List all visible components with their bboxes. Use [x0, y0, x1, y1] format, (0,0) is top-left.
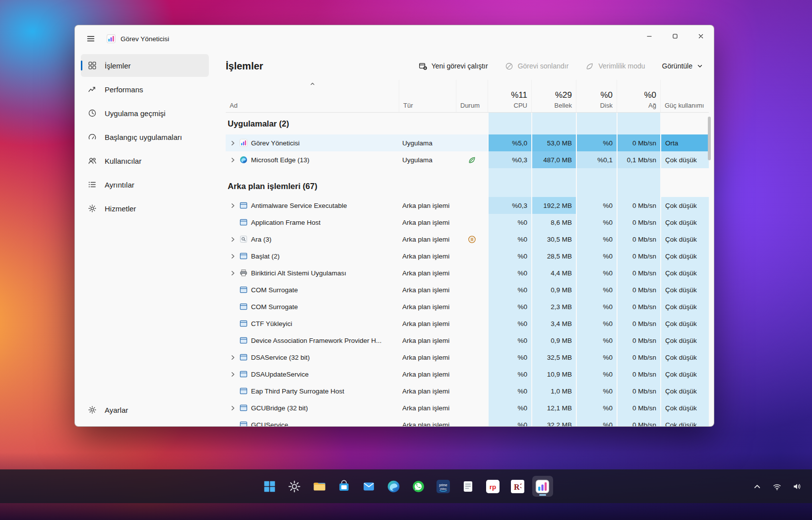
sidebar-item-performance[interactable]: Performans: [81, 78, 209, 101]
run-new-task-button[interactable]: Yeni görevi çalıştır: [415, 59, 492, 73]
column-header-name[interactable]: Ad: [226, 80, 399, 112]
expand-chevron-icon[interactable]: [230, 140, 236, 146]
efficiency-mode-button[interactable]: Verimlilik modu: [581, 59, 649, 73]
view-button[interactable]: Görüntüle: [658, 59, 707, 73]
process-row[interactable]: Eap Third Party Surrogate HostArka plan …: [226, 383, 709, 399]
scrollbar-thumb[interactable]: [708, 117, 711, 160]
minimize-button[interactable]: [636, 25, 662, 47]
taskbar-task-manager-button[interactable]: [532, 476, 553, 497]
button-label: Yeni görevi çalıştır: [432, 62, 488, 70]
taskbar-notes-button[interactable]: [458, 476, 479, 497]
column-header-type[interactable]: Tür: [399, 80, 456, 112]
cell-cpu: %0: [488, 416, 531, 426]
page-title: İşlemler: [226, 61, 263, 72]
maximize-button[interactable]: [662, 25, 688, 47]
type-cell: Arka plan işlemi: [399, 298, 456, 315]
cell-network: 0 Mb/sn: [617, 214, 660, 231]
column-header-disk[interactable]: %0Disk: [576, 80, 617, 112]
toolbar-actions: Yeni görevi çalıştırGörevi sonlandırVeri…: [415, 59, 709, 73]
expand-chevron-icon[interactable]: [230, 236, 236, 243]
new-task-icon: [419, 62, 427, 70]
edge-icon: [387, 480, 400, 493]
taskbar-settings-button[interactable]: [284, 476, 305, 497]
taskbar-edge-button[interactable]: [383, 476, 404, 497]
column-header-cpu[interactable]: %11CPU: [488, 80, 531, 112]
tray-chevron-up-button[interactable]: [750, 478, 764, 494]
notes-icon: [461, 480, 475, 493]
process-row[interactable]: Görev YöneticisiUygulama%5,053,0 MB%00 M…: [226, 134, 709, 151]
sidebar-item-startup-apps[interactable]: Başlangıç uygulamaları: [81, 126, 209, 148]
group-spacer: [226, 168, 709, 175]
process-row[interactable]: COM SurrogateArka plan işlemi%02,3 MB%00…: [226, 298, 709, 315]
expand-chevron-icon[interactable]: [230, 253, 236, 260]
expand-chevron-icon[interactable]: [230, 202, 236, 209]
process-group-header[interactable]: Uygulamalar (2): [226, 113, 709, 134]
taskbar-whatsapp-button[interactable]: [408, 476, 429, 497]
process-row[interactable]: DSAService (32 bit)Arka plan işlemi%032,…: [226, 349, 709, 366]
column-total-network: %0: [644, 90, 656, 100]
process-row[interactable]: COM SurrogateArka plan işlemi%00,9 MB%00…: [226, 281, 709, 298]
process-row[interactable]: Microsoft Edge (13)Uygulama%0,3487,0 MB%…: [226, 151, 709, 168]
name-cell: GCUService: [226, 416, 399, 426]
cell-disk: %0: [576, 349, 617, 366]
cell-power: [660, 175, 709, 197]
cell-disk: [576, 175, 617, 197]
taskbar-rp-button[interactable]: rp: [483, 476, 503, 497]
sidebar-item-details[interactable]: Ayrıntılar: [81, 173, 209, 196]
expand-chevron-icon[interactable]: [230, 270, 236, 276]
process-row[interactable]: GCUBridge (32 bit)Arka plan işlemi%012,1…: [226, 399, 709, 416]
cell-network: 0 Mb/sn: [617, 281, 660, 298]
cell-network: [617, 168, 660, 175]
navigation-menu-button[interactable]: [82, 30, 100, 47]
taskbar-file-explorer-button[interactable]: [309, 476, 330, 497]
scrollbar[interactable]: [707, 115, 712, 424]
type-cell: [399, 175, 456, 197]
column-header-network[interactable]: %0Ağ: [617, 80, 660, 112]
sidebar-item-app-history[interactable]: Uygulama geçmişi: [81, 102, 209, 125]
sidebar-item-settings[interactable]: Ayarlar: [81, 398, 209, 421]
status-cell: [456, 298, 488, 315]
taskbar-store-button[interactable]: [334, 476, 355, 497]
type-cell: Arka plan işlemi: [399, 383, 456, 399]
process-row[interactable]: Device Association Framework Provider H.…: [226, 332, 709, 349]
end-task-button[interactable]: Görevi sonlandır: [501, 59, 573, 73]
type-cell: [399, 113, 456, 134]
expand-chevron-icon[interactable]: [230, 157, 236, 163]
process-row[interactable]: Antimalware Service ExecutableArka plan …: [226, 197, 709, 214]
tray-volume-button[interactable]: [789, 478, 804, 494]
process-row[interactable]: Biriktirici Alt Sistemi UygulamasıArka p…: [226, 264, 709, 281]
process-row[interactable]: Ara (3)Arka plan işlemi%030,5 MB%00 Mb/s…: [226, 231, 709, 248]
column-label-memory: Bellek: [555, 102, 572, 109]
process-row[interactable]: Application Frame HostArka plan işlemi%0…: [226, 214, 709, 231]
column-header-power[interactable]: Güç kullanımı: [660, 80, 709, 112]
taskbar-start-button[interactable]: [259, 476, 280, 497]
column-label-network: Ağ: [648, 102, 656, 109]
group-label: Uygulamalar (2): [228, 119, 289, 129]
taskbar-r-book-button[interactable]: R: [507, 476, 528, 497]
expand-chevron-icon[interactable]: [230, 354, 236, 361]
close-button[interactable]: [688, 25, 714, 47]
cell-disk: %0: [576, 264, 617, 281]
taskbar-prime-video-button[interactable]: primevideo: [433, 476, 454, 497]
history-icon: [88, 109, 97, 118]
process-name: COM Surrogate: [251, 303, 298, 311]
tray-wifi-button[interactable]: [769, 478, 784, 494]
process-row[interactable]: Başlat (2)Arka plan işlemi%028,5 MB%00 M…: [226, 248, 709, 264]
sidebar-item-users[interactable]: Kullanıcılar: [81, 149, 209, 172]
taskbar-mail-button[interactable]: [359, 476, 379, 497]
process-row[interactable]: GCUServiceArka plan işlemi%032,2 MB%00 M…: [226, 416, 709, 426]
cell-memory: 487,0 MB: [531, 151, 576, 168]
column-header-memory[interactable]: %29Bellek: [531, 80, 576, 112]
column-header-status[interactable]: Durum: [456, 80, 488, 112]
table-header: AdTürDurum%11CPU%29Bellek%0Disk%0AğGüç k…: [226, 80, 709, 113]
cell-power: Çok düşük: [660, 366, 709, 383]
efficiency-icon: [585, 62, 594, 70]
sidebar-item-services[interactable]: Hizmetler: [81, 197, 209, 220]
column-label-type: Tür: [403, 102, 452, 109]
process-group-header[interactable]: Arka plan işlemleri (67): [226, 175, 709, 197]
process-row[interactable]: CTF YükleyiciArka plan işlemi%03,4 MB%00…: [226, 315, 709, 332]
expand-chevron-icon[interactable]: [230, 405, 236, 411]
sidebar-item-processes[interactable]: İşlemler: [81, 54, 209, 77]
process-row[interactable]: DSAUpdateServiceArka plan işlemi%010,9 M…: [226, 366, 709, 383]
expand-chevron-icon[interactable]: [230, 371, 236, 378]
